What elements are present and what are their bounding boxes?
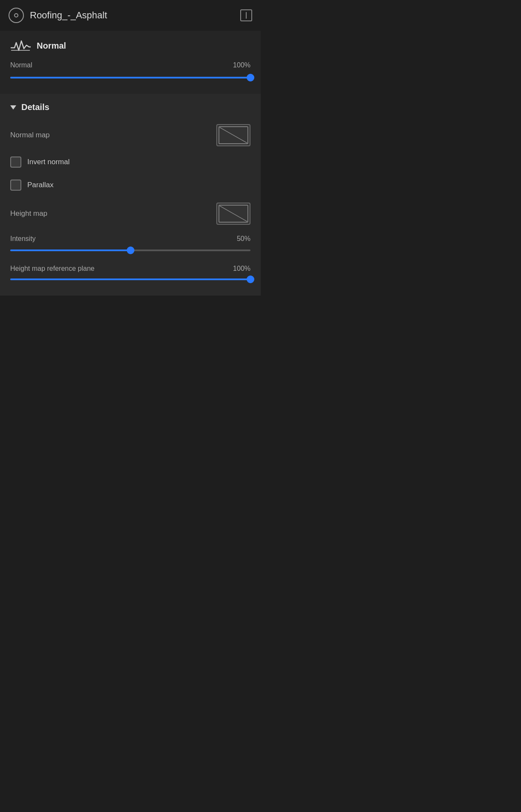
texture-slot-diagonal [217, 125, 250, 145]
height-map-label: Height map [10, 209, 47, 218]
material-icon-inner [14, 13, 18, 17]
normal-slider-row: Normal 100% [10, 61, 250, 69]
normal-slider[interactable] [10, 73, 250, 82]
material-icon [9, 8, 24, 23]
normal-slider-label: Normal [10, 61, 32, 69]
intensity-value: 50% [237, 235, 250, 243]
ref-plane-slider[interactable] [10, 275, 250, 284]
normal-map-row: Normal map [10, 124, 250, 146]
intensity-slider[interactable] [10, 246, 250, 255]
height-map-texture-slot[interactable] [216, 203, 250, 225]
normal-map-texture-slot[interactable] [216, 124, 250, 146]
height-map-row: Height map [10, 203, 250, 225]
ref-plane-section: Height map reference plane 100% [10, 265, 250, 284]
page-title: Roofing_-_Asphalt [30, 10, 107, 21]
height-texture-slot-diagonal [217, 203, 250, 224]
normal-map-label: Normal map [10, 131, 50, 139]
intensity-label: Intensity [10, 235, 36, 243]
ref-plane-label: Height map reference plane [10, 265, 94, 273]
ref-plane-slider-thumb[interactable] [247, 276, 254, 283]
ref-plane-slider-track [10, 278, 250, 280]
intensity-slider-row: Intensity 50% [10, 235, 250, 243]
svg-line-3 [220, 206, 247, 222]
ref-plane-slider-fill [10, 278, 250, 280]
details-section-title: Details [21, 102, 49, 112]
intensity-slider-track [10, 249, 250, 251]
svg-rect-4 [219, 205, 248, 223]
title-left: Roofing_-_Asphalt [9, 8, 107, 23]
normal-slider-thumb[interactable] [247, 74, 254, 81]
details-header: Details [10, 102, 250, 112]
normal-section: Normal Normal 100% [0, 31, 261, 94]
waveform-icon [10, 39, 31, 52]
panel-toggle-button[interactable] [240, 9, 252, 21]
svg-line-1 [220, 128, 247, 143]
ref-plane-row: Height map reference plane 100% [10, 265, 250, 273]
normal-section-header: Normal [10, 39, 250, 52]
parallax-row: Parallax [10, 180, 250, 191]
panel-icon-bar [246, 12, 247, 19]
intensity-slider-fill [10, 249, 131, 251]
parallax-label: Parallax [27, 181, 53, 189]
normal-slider-fill [10, 77, 250, 78]
title-bar: Roofing_-_Asphalt [0, 0, 261, 31]
svg-rect-2 [219, 127, 248, 144]
normal-slider-value: 100% [233, 61, 250, 69]
invert-normal-row: Invert normal [10, 157, 250, 168]
normal-section-title: Normal [37, 41, 66, 51]
collapse-icon[interactable] [10, 105, 16, 110]
invert-normal-checkbox[interactable] [10, 157, 21, 168]
invert-normal-label: Invert normal [27, 158, 70, 166]
details-section: Details Normal map Invert normal Paralla… [0, 94, 261, 296]
normal-slider-track [10, 77, 250, 78]
ref-plane-value: 100% [233, 265, 250, 273]
intensity-slider-thumb[interactable] [127, 246, 134, 254]
parallax-checkbox[interactable] [10, 180, 21, 191]
